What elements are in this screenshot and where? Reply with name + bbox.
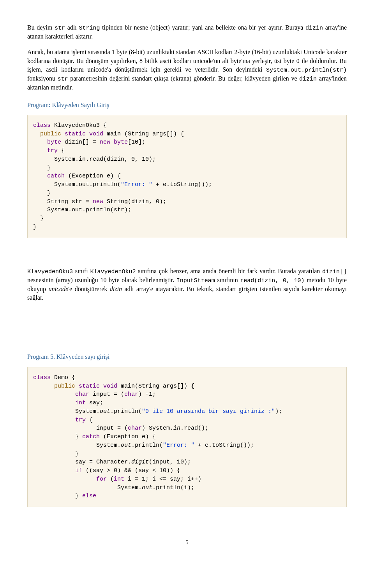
code-inline: String [79, 25, 100, 32]
code: KlavyedenOku3 { [51, 122, 107, 129]
code: } [33, 215, 44, 222]
code: System. [33, 408, 100, 415]
string-literal: "Error: " [121, 181, 152, 188]
code: (input, 10); [149, 459, 191, 465]
text: sınıfı [73, 268, 90, 274]
text: Bu deyim [27, 24, 55, 31]
code: System.out.println(str); [33, 207, 131, 213]
code: .println( [110, 408, 142, 415]
code: say = Character. [33, 459, 131, 465]
kw: static [61, 131, 86, 137]
code-inline: dizin [299, 76, 317, 82]
code: String(dizin, 0); [103, 198, 166, 205]
code-block-2: class Demo { public static void main(Str… [27, 367, 347, 507]
code: say; [86, 400, 103, 406]
code-block-1: class KlavyedenOku3 { public static void… [27, 115, 347, 238]
kw: try [33, 147, 58, 154]
method-italic: in [173, 425, 180, 432]
code: Demo { [51, 374, 75, 381]
code: main (String args[]) { [103, 131, 184, 137]
kw: void [100, 383, 117, 390]
kw: char [33, 391, 89, 398]
code: { [86, 417, 93, 423]
code: + e.toString()); [152, 181, 212, 188]
code: .println( [131, 442, 163, 449]
kw: catch [82, 434, 100, 440]
code: } [33, 493, 82, 499]
code-inline: read(dizin, 0, 10) [240, 277, 304, 284]
code: input = ( [89, 391, 124, 398]
kw: try [33, 417, 86, 423]
code: } [33, 165, 51, 171]
kw: else [82, 493, 96, 499]
method-italic: out [142, 484, 152, 491]
code-inline: str [55, 25, 65, 32]
kw: int [114, 476, 124, 483]
text-italic: dizin [110, 286, 122, 292]
kw: public [33, 131, 61, 137]
code-inline: KlavyedenOku3 [27, 269, 73, 275]
code: .println(i); [152, 484, 194, 491]
code-inline: System.out.println(str) [266, 67, 347, 74]
code-inline: KlavyedenOku2 [90, 269, 136, 275]
method-italic: out [121, 442, 131, 449]
code: dizin[] = [61, 139, 100, 146]
kw: class [33, 122, 51, 129]
text-italic: unicode [49, 286, 69, 292]
text: parametresinin değerini standart çıkışa … [68, 75, 299, 82]
string-literal: "Error: " [163, 442, 194, 449]
kw: public [33, 383, 75, 390]
kw: for [33, 476, 107, 483]
code-inline: str [58, 76, 68, 82]
code: + e.toString()); [194, 442, 254, 449]
code-inline: InputStream [176, 277, 215, 284]
kw: char [124, 391, 138, 398]
code: (Exception e) { [65, 173, 121, 179]
kw: if [33, 467, 82, 474]
code: (Exception e) { [100, 434, 156, 440]
kw: class [33, 374, 51, 381]
text: sınıfına çok benzer, ama arada önemli bi… [136, 268, 322, 274]
code: ((say > 0) && (say < 10)) { [82, 467, 180, 474]
text: 'e dönüştürerek [68, 286, 110, 292]
code: } [33, 224, 37, 230]
kw: int [33, 400, 86, 406]
string-literal: "0 ile 10 arasında bir sayı giriniz :" [142, 408, 275, 415]
code: main(String args[]) { [117, 383, 194, 390]
kw: byte [33, 139, 61, 146]
kw: new [100, 139, 110, 146]
paragraph-1: Bu deyim str adlı String tipinden bir ne… [27, 23, 347, 41]
code: i = 1; i <= say; i++) [124, 476, 201, 483]
kw: new [93, 198, 103, 205]
spacer [27, 309, 347, 344]
text: fonksiyonu [27, 75, 58, 82]
kw: void [86, 131, 103, 137]
kw: catch [33, 173, 65, 179]
code: String str = [33, 198, 93, 205]
code: { [58, 147, 65, 154]
method-italic: out [100, 408, 110, 415]
code: input = ( [33, 425, 128, 432]
code: } [33, 190, 51, 197]
code: System.out.println( [33, 181, 121, 188]
code: } [33, 434, 82, 440]
code: ) -1; [138, 391, 156, 398]
text: adlı [65, 24, 79, 31]
page-number: 5 [27, 538, 347, 546]
spacer [27, 247, 347, 267]
heading-program-keyboard-count: Program: Klâvyeden Sayılı Giriş [27, 101, 347, 109]
kw: static [75, 383, 100, 390]
code-inline: dizin[] [322, 269, 347, 275]
code: System.in.read(dizin, 0, 10); [33, 156, 156, 163]
code: } [33, 451, 79, 457]
code: System. [33, 442, 121, 449]
code-inline: dizin [305, 25, 323, 32]
code: [10]; [128, 139, 145, 146]
text: tipinden bir nesne (object) yaratır; yan… [100, 24, 305, 31]
code: ( [107, 476, 114, 483]
code: ) System. [142, 425, 173, 432]
paragraph-3: KlavyedenOku3 sınıfı KlavyedenOku2 sınıf… [27, 267, 347, 302]
code: .read(); [180, 425, 208, 432]
kw: byte [110, 139, 128, 146]
text: sınıfının [215, 277, 240, 283]
